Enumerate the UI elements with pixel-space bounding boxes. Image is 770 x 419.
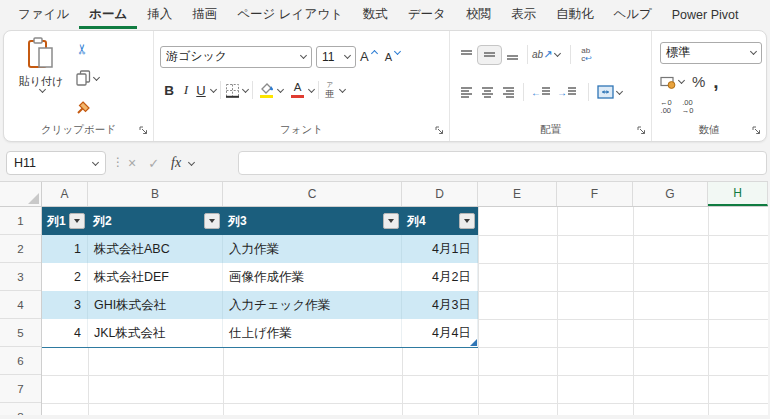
- font-color-dropdown-icon[interactable]: [308, 85, 315, 92]
- menu-tab-automate[interactable]: 自動化: [546, 0, 604, 29]
- column-header-b[interactable]: B: [88, 182, 223, 206]
- table-cell[interactable]: 3: [42, 291, 88, 319]
- table-cell[interactable]: 入力チェック作業: [223, 291, 402, 319]
- filter-button-col4[interactable]: [459, 213, 475, 229]
- orientation-button[interactable]: ab ↗: [532, 48, 552, 61]
- table-cell[interactable]: 仕上げ作業: [223, 319, 402, 347]
- menu-tab-view[interactable]: 表示: [501, 0, 546, 29]
- bold-button[interactable]: B: [160, 83, 178, 98]
- alignment-dialog-launcher-icon[interactable]: [637, 126, 646, 135]
- menu-tab-power-pivot[interactable]: Power Pivot: [662, 0, 749, 29]
- decrease-indent-button[interactable]: ←: [528, 87, 554, 98]
- table-resize-handle[interactable]: [470, 339, 477, 346]
- accounting-format-button[interactable]: [660, 75, 684, 89]
- table-cell[interactable]: 株式会社DEF: [88, 263, 223, 291]
- name-box[interactable]: H11: [6, 151, 106, 175]
- column-header-a[interactable]: A: [42, 182, 88, 206]
- menu-tab-formulas[interactable]: 数式: [353, 0, 398, 29]
- table-header-col1[interactable]: 列1: [42, 207, 88, 235]
- paste-button[interactable]: 貼り付け: [14, 37, 68, 119]
- table-header-col4[interactable]: 列4: [402, 207, 478, 235]
- clipboard-dialog-launcher-icon[interactable]: [139, 126, 148, 135]
- table-cell[interactable]: GHI株式会社: [88, 291, 223, 319]
- borders-dropdown-icon[interactable]: [242, 85, 249, 92]
- column-header-e[interactable]: E: [478, 182, 557, 206]
- increase-indent-button[interactable]: →: [554, 87, 580, 98]
- align-right-button[interactable]: [498, 84, 519, 100]
- italic-button[interactable]: I: [178, 82, 194, 98]
- insert-function-dropdown-icon[interactable]: [188, 158, 195, 165]
- increase-decimal-button[interactable]: ←0 .00: [660, 99, 672, 116]
- formula-input[interactable]: [238, 151, 767, 175]
- filter-button-col3[interactable]: [383, 213, 399, 229]
- row-header-7[interactable]: 7: [0, 375, 41, 403]
- fill-color-button[interactable]: [257, 82, 275, 98]
- column-header-d[interactable]: D: [402, 182, 478, 206]
- row-header-2[interactable]: 2: [0, 235, 41, 263]
- wrap-text-button[interactable]: ab c↩: [581, 47, 592, 63]
- table-cell[interactable]: 4月2日: [402, 263, 478, 291]
- row-header-4[interactable]: 4: [0, 291, 41, 319]
- menu-tab-insert[interactable]: 挿入: [137, 0, 182, 29]
- shrink-font-button[interactable]: A: [381, 51, 404, 63]
- table-cell[interactable]: 画像作成作業: [223, 263, 402, 291]
- cancel-button[interactable]: ×: [128, 155, 136, 171]
- align-middle-button[interactable]: [477, 45, 502, 65]
- number-format-combo[interactable]: 標準: [660, 42, 762, 64]
- column-header-h-selected[interactable]: H: [708, 182, 768, 206]
- menu-tab-review[interactable]: 校閲: [456, 0, 501, 29]
- underline-dropdown-icon[interactable]: [210, 85, 217, 92]
- merge-center-dropdown-icon[interactable]: [616, 87, 623, 94]
- font-color-button[interactable]: A: [289, 82, 306, 98]
- borders-button[interactable]: [225, 83, 240, 98]
- row-header-1[interactable]: 1: [0, 207, 41, 235]
- phonetic-guide-button[interactable]: ア 亜: [323, 82, 337, 98]
- align-left-button[interactable]: [456, 84, 477, 100]
- menu-tab-home[interactable]: ホーム: [79, 0, 137, 29]
- merge-center-button[interactable]: [597, 85, 614, 99]
- copy-button[interactable]: [76, 68, 99, 88]
- table-cell[interactable]: 株式会社ABC: [88, 235, 223, 263]
- grow-font-button[interactable]: A: [356, 49, 381, 64]
- number-dialog-launcher-icon[interactable]: [752, 126, 761, 135]
- phonetic-dropdown-icon[interactable]: [338, 85, 345, 92]
- percent-style-button[interactable]: %: [692, 73, 705, 90]
- align-top-button[interactable]: [456, 47, 477, 63]
- filter-button-col2[interactable]: [204, 213, 220, 229]
- cut-button[interactable]: ✂: [76, 39, 99, 59]
- orientation-dropdown-icon[interactable]: [554, 50, 561, 57]
- enter-button[interactable]: ✓: [148, 156, 159, 171]
- table-header-col3[interactable]: 列3: [223, 207, 402, 235]
- row-header-3[interactable]: 3: [0, 263, 41, 291]
- table-cell[interactable]: 2: [42, 263, 88, 291]
- align-center-button[interactable]: [477, 84, 498, 100]
- font-name-combo[interactable]: 游ゴシック: [160, 46, 312, 68]
- select-all-button[interactable]: [0, 182, 42, 206]
- column-header-g[interactable]: G: [633, 182, 708, 206]
- table-cell[interactable]: JKL株式会社: [88, 319, 223, 347]
- font-dialog-launcher-icon[interactable]: [435, 126, 444, 135]
- menu-tab-draw[interactable]: 描画: [182, 0, 227, 29]
- menu-tab-file[interactable]: ファイル: [8, 0, 79, 29]
- align-bottom-button[interactable]: [502, 47, 523, 63]
- column-header-c[interactable]: C: [223, 182, 402, 206]
- table-cell[interactable]: 4: [42, 319, 88, 347]
- comma-style-button[interactable]: ,: [713, 76, 718, 87]
- copy-dropdown-icon[interactable]: [93, 73, 100, 80]
- font-size-combo[interactable]: 11: [316, 46, 356, 68]
- filter-button-col1[interactable]: [69, 213, 85, 229]
- table-cell[interactable]: 1: [42, 235, 88, 263]
- table-cell[interactable]: 4月1日: [402, 235, 478, 263]
- column-header-f[interactable]: F: [557, 182, 633, 206]
- insert-function-button[interactable]: fx: [171, 155, 181, 171]
- table-cell[interactable]: 入力作業: [223, 235, 402, 263]
- underline-button[interactable]: U: [194, 83, 208, 98]
- menu-tab-page-layout[interactable]: ページ レイアウト: [227, 0, 353, 29]
- menu-tab-help[interactable]: ヘルプ: [603, 0, 661, 29]
- row-header-6[interactable]: 6: [0, 347, 41, 375]
- format-painter-button[interactable]: [76, 97, 99, 117]
- fill-color-dropdown-icon[interactable]: [277, 85, 284, 92]
- table-cell[interactable]: 4月4日: [402, 319, 478, 347]
- menu-tab-data[interactable]: データ: [398, 0, 456, 29]
- table-header-col2[interactable]: 列2: [88, 207, 223, 235]
